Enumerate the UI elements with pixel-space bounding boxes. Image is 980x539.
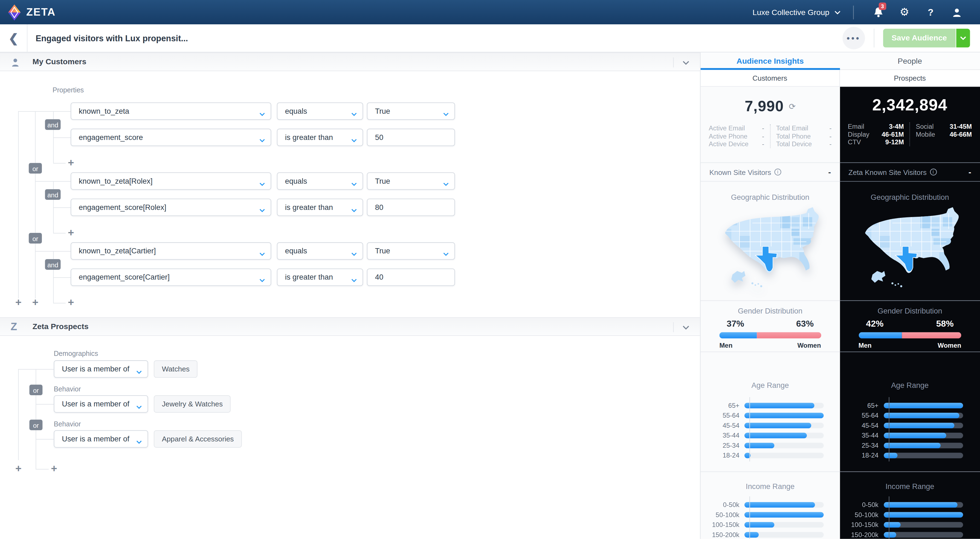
column-header-prospects[interactable]: Prospects (840, 70, 980, 87)
membership-select[interactable]: User is a member of (54, 360, 148, 378)
operator-select[interactable]: is greater than (277, 198, 363, 216)
more-actions-button[interactable]: ●●● (842, 27, 865, 49)
help-button[interactable]: ? (923, 7, 938, 17)
save-audience-dropdown-button[interactable] (956, 29, 970, 48)
income-chart-prospects: 0-50k 50-100k 100-150k 150-200k (840, 499, 980, 539)
bar-track (745, 433, 824, 438)
bar-track (883, 502, 963, 507)
add-group-button[interactable]: + (14, 299, 23, 307)
men-percent: 37% (701, 319, 770, 328)
and-connector[interactable]: and (45, 189, 60, 200)
us-map-customers[interactable] (701, 206, 840, 290)
chart-axis (888, 496, 889, 539)
tab-people[interactable]: People (840, 52, 980, 70)
notifications-button[interactable]: 3 (870, 7, 886, 17)
us-map-prospects[interactable] (840, 206, 980, 290)
segment-chip[interactable]: Apparel & Accessories (154, 430, 242, 448)
profile-button[interactable] (949, 7, 964, 17)
bar-track (883, 512, 963, 517)
brand-name: ZETA (26, 6, 56, 19)
income-range: Income Range 0-50k 50-100k 100-150k 150-… (701, 471, 980, 539)
segment-chip[interactable]: Jewelry & Watches (154, 395, 231, 413)
prospects-count: 2,342,894 (840, 87, 980, 115)
value-select[interactable]: True (367, 173, 455, 190)
field-select[interactable]: engagement_score[Cartier] (71, 268, 271, 286)
value-select[interactable]: True (367, 242, 455, 260)
condition-row: known_to_zeta equals True (71, 103, 455, 120)
membership-select[interactable]: User is a member of (54, 395, 148, 413)
age-chart-prospects: 65+ 55-64 45-54 35-44 25-34 18-24 (840, 400, 980, 460)
field-select[interactable]: engagement_score (71, 129, 271, 146)
operator-select[interactable]: equals (277, 103, 363, 120)
bar (883, 412, 959, 418)
tree-line (35, 369, 36, 469)
back-button[interactable]: ❮ (0, 24, 28, 52)
operator-select[interactable]: equals (277, 173, 363, 190)
chevron-down-icon (136, 437, 142, 446)
gender-bar (719, 332, 821, 338)
chevron-down-icon (136, 367, 142, 376)
field-select[interactable]: engagement_score[Rolex] (71, 198, 271, 216)
value-select[interactable]: True (367, 103, 455, 120)
operator-select[interactable]: is greater than (277, 268, 363, 286)
section-header-my-customers[interactable]: My Customers (0, 52, 700, 71)
tab-audience-insights[interactable]: Audience Insights (701, 52, 840, 70)
zeta-prospects-rules: or or Demographics User is a member of W… (0, 336, 700, 539)
collapse-section-button[interactable] (676, 318, 695, 337)
add-condition-button[interactable]: + (67, 229, 75, 237)
add-group-button[interactable]: + (14, 465, 23, 473)
membership-select[interactable]: User is a member of (54, 430, 148, 448)
women-label: Women (797, 342, 821, 349)
or-connector[interactable]: or (29, 385, 42, 395)
and-connector[interactable]: and (45, 119, 60, 130)
chevron-down-icon (443, 249, 449, 258)
value-input[interactable]: 50 (367, 129, 455, 146)
refresh-icon[interactable]: ⟳ (789, 101, 795, 111)
value-input[interactable]: 40 (367, 268, 455, 286)
section-header-zeta-prospects[interactable]: Z Zeta Prospects (0, 317, 700, 336)
bar (745, 402, 814, 408)
bar-track (883, 433, 963, 438)
bar (745, 442, 775, 448)
save-audience-button[interactable]: Save Audience (883, 29, 956, 48)
field-select[interactable]: known_to_zeta[Cartier] (71, 242, 271, 260)
chevron-down-icon (443, 179, 449, 188)
add-condition-button[interactable]: + (50, 465, 58, 473)
bar-track (883, 522, 963, 528)
info-icon[interactable]: i (930, 169, 937, 176)
zeta-logo[interactable]: ZETA (7, 3, 56, 21)
info-icon[interactable]: i (774, 169, 781, 176)
column-header-customers[interactable]: Customers (701, 70, 840, 87)
bar (745, 512, 824, 517)
gender-distribution: Gender Distribution 37% 63% Men Women Ge… (701, 300, 980, 352)
add-condition-button[interactable]: + (67, 159, 75, 168)
bar (883, 442, 940, 448)
account-name: Luxe Collective Group (752, 8, 829, 17)
add-group-button[interactable]: + (31, 299, 40, 307)
chevron-down-icon (259, 206, 265, 214)
or-connector[interactable]: or (29, 420, 42, 430)
top-navbar: ZETA Luxe Collective Group 3 ⚙ ? (0, 0, 980, 24)
condition-row: User is a member of Apparel & Accessorie… (54, 430, 242, 448)
chevron-down-icon (960, 36, 966, 40)
bar-track (745, 522, 824, 528)
field-select[interactable]: known_to_zeta (71, 103, 271, 120)
operator-select[interactable]: equals (277, 242, 363, 260)
settings-button[interactable]: ⚙ (897, 7, 912, 17)
add-condition-button[interactable]: + (67, 299, 75, 307)
or-connector[interactable]: or (29, 163, 42, 174)
or-connector[interactable]: or (29, 233, 42, 244)
operator-select[interactable]: is greater than (277, 129, 363, 146)
field-select[interactable]: known_to_zeta[Rolex] (71, 173, 271, 190)
collapse-section-button[interactable] (676, 53, 695, 72)
bar (883, 452, 898, 458)
segment-chip[interactable]: Watches (154, 360, 198, 378)
value-input[interactable]: 80 (367, 198, 455, 216)
men-percent: 42% (840, 319, 910, 328)
chevron-down-icon (259, 179, 265, 188)
chevron-down-icon (259, 109, 265, 118)
prospects-channel-stats: Email3-4M Display46-61M CTV9-12M Social3… (840, 122, 980, 146)
account-selector[interactable]: Luxe Collective Group (752, 8, 840, 17)
tree-line (53, 233, 66, 233)
and-connector[interactable]: and (45, 259, 60, 270)
